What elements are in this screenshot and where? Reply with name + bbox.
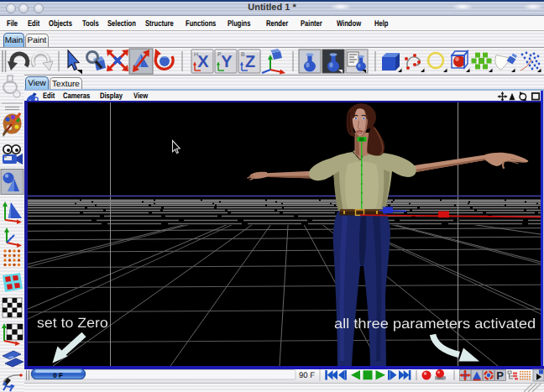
svg-text:0 F: 0 F xyxy=(53,372,63,379)
svg-text:X: X xyxy=(197,53,209,71)
svg-text:90 F: 90 F xyxy=(299,371,315,380)
svg-text:H: H xyxy=(194,52,198,58)
svg-text:P: P xyxy=(496,369,504,382)
svg-text:Y: Y xyxy=(221,53,233,71)
svg-text:P: P xyxy=(217,52,222,58)
svg-text:Z: Z xyxy=(245,53,255,71)
svg-text:REC: REC xyxy=(437,377,444,380)
svg-text:B: B xyxy=(241,52,245,58)
